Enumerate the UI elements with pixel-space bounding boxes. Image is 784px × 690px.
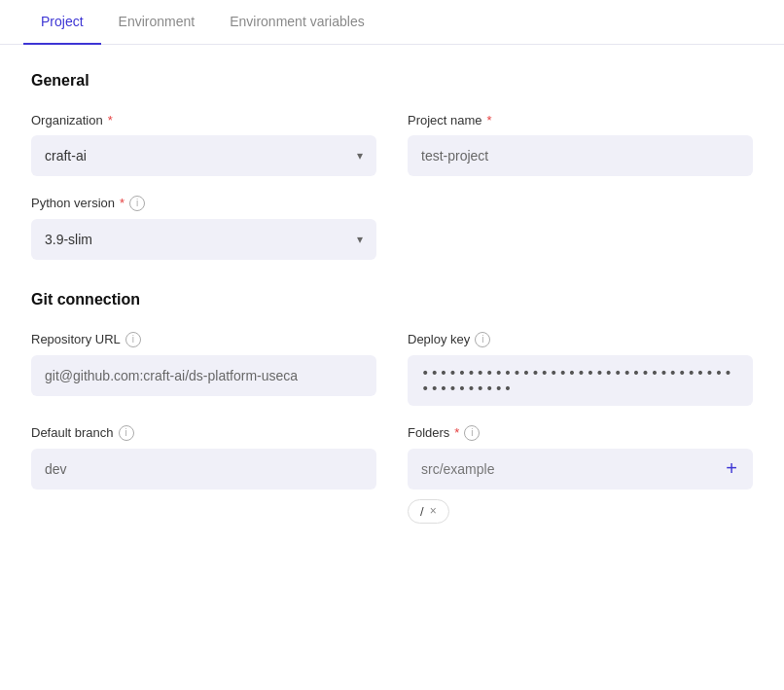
folder-tag-value: / (420, 504, 424, 519)
default-branch-value: dev (45, 461, 67, 477)
python-version-required-star: * (120, 196, 125, 210)
default-branch-field-group: Default branch i dev (31, 425, 376, 524)
python-version-label: Python version * i (31, 196, 376, 211)
python-version-empty-col (408, 196, 753, 260)
git-bottom-row: Default branch i dev Folders * i + / × (31, 425, 753, 524)
tab-environment[interactable]: Environment (101, 0, 213, 45)
general-top-row: Organization * craft-ai ▾ Project name *… (31, 113, 753, 176)
organization-field-group: Organization * craft-ai ▾ (31, 113, 376, 176)
tab-environment-variables[interactable]: Environment variables (212, 0, 382, 45)
repository-url-input[interactable]: git@github.com:craft-ai/ds-platform-usec… (31, 355, 376, 396)
default-branch-label: Default branch i (31, 425, 376, 441)
folders-tag-list: / × (408, 490, 753, 524)
project-name-label-text: Project name (408, 113, 482, 127)
folders-field-group: Folders * i + / × (408, 425, 753, 524)
folders-required-star: * (454, 425, 459, 440)
organization-required-star: * (108, 113, 113, 127)
python-version-row: Python version * i 3.9-slim ▾ (31, 196, 753, 260)
repository-url-info-icon[interactable]: i (125, 332, 141, 347)
deploy-key-label-text: Deploy key (408, 332, 470, 346)
python-version-arrow-icon: ▾ (357, 233, 363, 246)
deploy-key-label: Deploy key i (408, 332, 753, 347)
default-branch-label-text: Default branch (31, 425, 114, 440)
deploy-key-field-group: Deploy key i •••••••••••••••••••••••••••… (408, 332, 753, 406)
tab-project[interactable]: Project (23, 0, 101, 45)
folder-tag: / × (408, 499, 449, 524)
python-version-info-icon[interactable]: i (129, 196, 145, 211)
project-name-value: test-project (421, 148, 488, 163)
project-name-required-star: * (487, 113, 492, 127)
general-section-title: General (31, 72, 753, 90)
python-version-field-group: Python version * i 3.9-slim ▾ (31, 196, 376, 260)
python-version-select[interactable]: 3.9-slim ▾ (31, 219, 376, 260)
tabs-bar: Project Environment Environment variable… (0, 0, 784, 45)
folders-input-wrapper: + (408, 449, 753, 490)
git-connection-section-title: Git connection (31, 291, 753, 309)
repository-url-value: git@github.com:craft-ai/ds-platform-usec… (45, 368, 298, 383)
git-top-row: Repository URL i git@github.com:craft-ai… (31, 332, 753, 406)
deploy-key-info-icon[interactable]: i (475, 332, 490, 347)
repository-url-label: Repository URL i (31, 332, 376, 347)
organization-select-arrow-icon: ▾ (357, 149, 363, 163)
python-version-label-text: Python version (31, 196, 115, 210)
folders-info-icon[interactable]: i (464, 425, 480, 441)
python-version-select-value: 3.9-slim (45, 232, 92, 247)
main-content: General Organization * craft-ai ▾ Projec… (0, 45, 784, 570)
folders-label-text: Folders (408, 425, 449, 440)
repository-url-field-group: Repository URL i git@github.com:craft-ai… (31, 332, 376, 406)
section-spacer: Git connection (31, 291, 753, 309)
folder-tag-close-icon[interactable]: × (430, 504, 437, 518)
deploy-key-input: ••••••••••••••••••••••••••••••••••••••••… (408, 355, 753, 406)
organization-select[interactable]: craft-ai ▾ (31, 135, 376, 176)
default-branch-info-icon[interactable]: i (119, 425, 134, 441)
organization-label: Organization * (31, 113, 376, 127)
repository-url-label-text: Repository URL (31, 332, 121, 346)
organization-select-value: craft-ai (45, 148, 87, 163)
organization-label-text: Organization (31, 113, 103, 127)
folders-add-button[interactable]: + (724, 457, 739, 480)
project-name-field-group: Project name * test-project (408, 113, 753, 176)
folders-label: Folders * i (408, 425, 753, 441)
default-branch-input[interactable]: dev (31, 449, 376, 490)
deploy-key-value: ••••••••••••••••••••••••••••••••••••••••… (421, 365, 739, 396)
folders-input[interactable] (421, 461, 724, 477)
project-name-label: Project name * (408, 113, 753, 127)
project-name-input[interactable]: test-project (408, 135, 753, 176)
